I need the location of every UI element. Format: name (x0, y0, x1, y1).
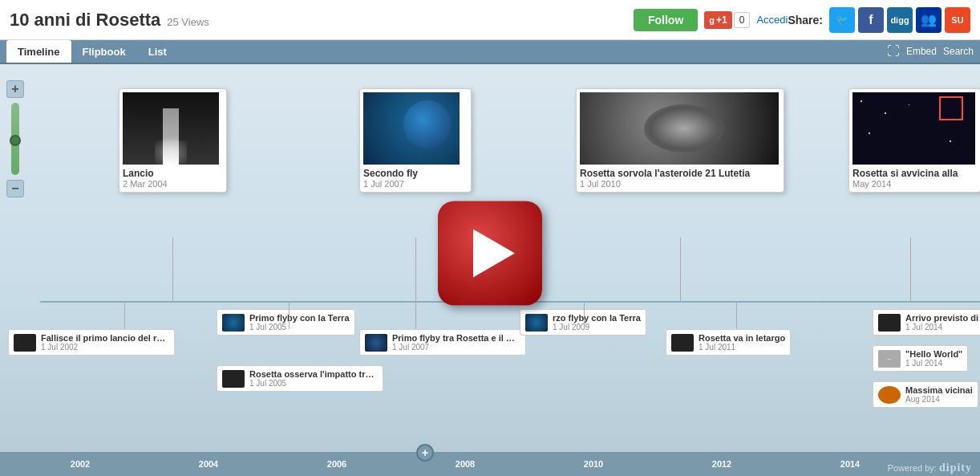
connector-primo-flyby-pianeta (415, 301, 416, 329)
item-letargo[interactable]: Rosetta va in letargo 1 Jul 2011 (666, 329, 791, 356)
card-secondo-flyby-image (363, 92, 460, 165)
share-area: Share: 🐦 f digg 👥 SU (788, 7, 970, 33)
gplus-label: +1 (716, 14, 727, 26)
search-button[interactable]: Search (943, 46, 974, 57)
year-2010: 2010 (584, 459, 603, 469)
title-area: 10 anni di Rosetta 25 Views (10, 10, 634, 31)
item-primo-flyby-terra-date: 1 Jul 2005 (249, 323, 350, 332)
item-massima-date: Aug 2014 (905, 395, 973, 404)
timeline-axis: 2002 2004 2006 2008 2010 2012 2014 (40, 452, 980, 476)
powered-by: Powered by: dipity (888, 462, 972, 474)
item-terzo-flyby-date: 1 Jul 2009 (553, 323, 641, 332)
card-lancio[interactable]: Lancio 2 Mar 2004 (119, 88, 227, 193)
card-secondo-flyby-title: Secondo fly (363, 168, 468, 179)
year-2006: 2006 (327, 459, 346, 469)
item-primo-flyby-pianeta-date: 1 Jul 2007 (392, 343, 520, 352)
item-massima-thumb (878, 386, 901, 404)
item-primo-flyby-pianeta-text: Primo flyby tra Rosetta e il Pianeta... … (392, 333, 520, 352)
year-2014: 2014 (840, 459, 860, 469)
share-twitter-button[interactable]: 🐦 (829, 7, 855, 33)
item-massima-text: Massima vicinai Aug 2014 (905, 385, 973, 404)
connector-secondo-flyby (415, 238, 416, 302)
item-massima[interactable]: Massima vicinai Aug 2014 (873, 381, 978, 408)
search-label: Search (943, 46, 974, 57)
item-fallisce[interactable]: Fallisce il primo lancio del razzo Ari..… (8, 329, 175, 356)
embed-label: Embed (906, 46, 937, 57)
item-hello-world-title: "Hello World" (905, 349, 962, 359)
item-impatto-text: Rosetta osserva l'impatto tra la sonda..… (249, 369, 378, 388)
year-2008: 2008 (456, 459, 475, 469)
item-primo-flyby-pianeta-title: Primo flyby tra Rosetta e il Pianeta... (392, 333, 520, 343)
share-myspace-button[interactable]: 👥 (916, 7, 942, 33)
stumbleupon-icon: SU (951, 15, 963, 25)
zoom-thumb[interactable] (10, 135, 21, 146)
item-arrivo[interactable]: Arrivo previsto di 1 Jul 2014 (873, 309, 980, 336)
item-terzo-flyby[interactable]: rzo flyby con la Terra 1 Jul 2009 (520, 309, 646, 336)
item-terzo-flyby-title: rzo flyby con la Terra (553, 313, 641, 323)
zoom-out-button[interactable]: − (6, 180, 24, 197)
item-hello-world[interactable]: – "Hello World" 1 Jul 2014 (873, 345, 968, 372)
fullscreen-button[interactable]: ⛶ (887, 44, 900, 59)
item-primo-flyby-pianeta-thumb (365, 334, 387, 352)
item-fallisce-text: Fallisce il primo lancio del razzo Ari..… (41, 333, 169, 352)
share-label: Share: (788, 14, 823, 26)
digg-icon: digg (890, 15, 909, 25)
item-massima-title: Massima vicinai (905, 385, 973, 395)
accedi-link[interactable]: Accedi (756, 14, 788, 26)
myspace-icon: 👥 (921, 12, 937, 27)
item-arrivo-title: Arrivo previsto di (905, 313, 978, 323)
card-asteroid-title: Rosetta sorvola l'asteroide 21 Lutetia (580, 168, 780, 179)
item-terzo-flyby-thumb (525, 314, 548, 332)
item-primo-flyby-terra-thumb (222, 314, 245, 332)
play-overlay (438, 201, 542, 305)
play-icon (473, 229, 515, 277)
connector-letargo (736, 301, 737, 329)
item-impatto-date: 1 Jul 2005 (249, 379, 378, 388)
tab-timeline[interactable]: Timeline (6, 40, 71, 63)
gplus-icon: g (709, 15, 715, 25)
item-arrivo-date: 1 Jul 2014 (905, 323, 978, 332)
facebook-icon: f (869, 13, 873, 27)
card-avvicina-title: Rosetta si avvicina alla (852, 168, 977, 179)
card-secondo-flyby[interactable]: Secondo fly 1 Jul 2007 (359, 88, 472, 193)
tab-list[interactable]: List (137, 40, 178, 63)
connector-fallisce (124, 301, 125, 329)
add-event-button[interactable]: + (416, 444, 434, 462)
powered-by-label: Powered by: (888, 463, 937, 473)
share-facebook-button[interactable]: f (858, 7, 884, 33)
card-avvicina[interactable]: Rosetta si avvicina alla May 2014 (848, 88, 980, 193)
connector-asteroid (680, 238, 681, 302)
timeline-main: + − Lancio 2 Mar 2004 Secondo fly 1 Jul … (0, 64, 980, 452)
card-secondo-flyby-date: 1 Jul 2007 (363, 179, 468, 189)
item-primo-flyby-terra-title: Primo flyby con la Terra (249, 313, 350, 323)
gplus-button[interactable]: g +1 (704, 11, 731, 29)
twitter-icon: 🐦 (836, 14, 848, 26)
item-primo-flyby-terra-text: Primo flyby con la Terra 1 Jul 2005 (249, 313, 350, 332)
card-asteroid[interactable]: Rosetta sorvola l'asteroide 21 Lutetia 1… (576, 88, 784, 193)
share-digg-button[interactable]: digg (887, 7, 913, 33)
connector-primo-flyby-terra (289, 301, 290, 329)
item-primo-flyby-pianeta[interactable]: Primo flyby tra Rosetta e il Pianeta... … (359, 329, 526, 356)
zoom-in-button[interactable]: + (6, 80, 24, 98)
views-count: 25 Views (167, 16, 209, 28)
tab-flipbook[interactable]: Flipbook (71, 40, 137, 63)
item-arrivo-thumb (878, 314, 901, 332)
item-primo-flyby-terra[interactable]: Primo flyby con la Terra 1 Jul 2005 (217, 309, 355, 336)
item-impatto-thumb (222, 370, 245, 388)
card-asteroid-date: 1 Jul 2010 (580, 179, 780, 189)
zoom-slider[interactable] (11, 103, 19, 175)
gplus-count: 0 (734, 12, 751, 28)
play-button[interactable] (438, 201, 542, 305)
item-letargo-date: 1 Jul 2011 (699, 343, 785, 352)
zoom-controls: + − (6, 80, 24, 197)
item-impatto[interactable]: Rosetta osserva l'impatto tra la sonda..… (217, 365, 383, 392)
card-lancio-title: Lancio (123, 168, 223, 179)
connector-lancio (172, 238, 173, 302)
item-fallisce-title: Fallisce il primo lancio del razzo Ari..… (41, 333, 169, 343)
embed-button[interactable]: Embed (906, 46, 937, 57)
share-stumbleupon-button[interactable]: SU (945, 7, 970, 33)
card-lancio-date: 2 Mar 2004 (123, 179, 223, 189)
follow-button[interactable]: Follow (634, 9, 698, 31)
item-hello-world-thumb: – (878, 350, 901, 368)
item-letargo-thumb (671, 334, 694, 352)
